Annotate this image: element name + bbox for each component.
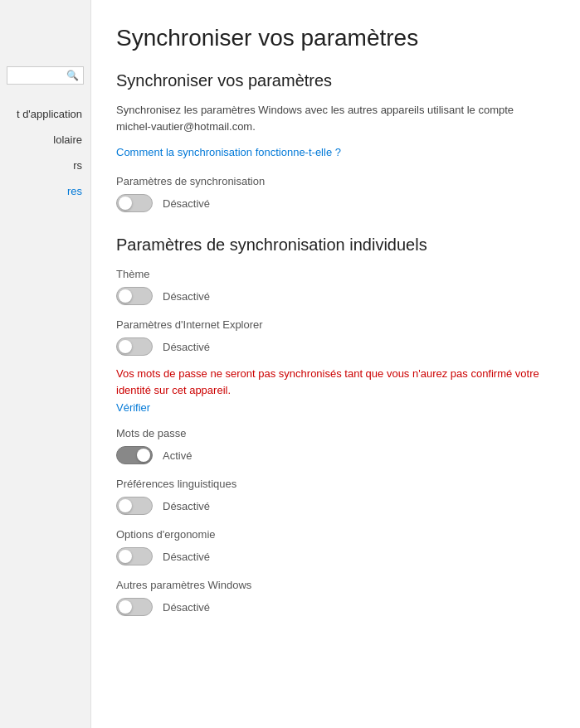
sync-settings-label: Paramètres de synchronisation [116,175,547,187]
theme-toggle-label: Désactivé [163,290,210,303]
search-input[interactable] [12,70,66,81]
search-icon: 🔍 [66,70,79,81]
page-title: Synchroniser vos paramètres [116,25,547,51]
other-windows-toggle[interactable] [116,598,153,616]
language-toggle[interactable] [116,497,153,515]
sidebar-item-r[interactable]: rs [0,153,90,178]
main-content: Synchroniser vos paramètres Synchroniser… [91,0,580,728]
password-toggle-row: Activé [116,446,547,464]
sync-settings-toggle-row: Désactivé [116,194,547,212]
other-windows-label: Autres paramètres Windows [116,579,547,591]
sync-settings-toggle-label: Désactivé [163,197,210,210]
section2-title: Paramètres de synchronisation individuel… [116,235,547,255]
section1-title: Synchroniser vos paramètres [116,71,547,90]
sidebar-nav: t d'application lolaire rs res [0,101,90,204]
sync-description: Synchronisez les paramètres Windows avec… [116,102,547,134]
theme-label: Thème [116,268,547,280]
language-label: Préférences linguistiques [116,478,547,490]
password-toggle[interactable] [116,446,153,464]
sidebar: 🔍 t d'application lolaire rs res [0,0,91,728]
other-windows-toggle-row: Désactivé [116,598,547,616]
theme-toggle[interactable] [116,287,153,305]
ie-settings-label: Paramètres d'Internet Explorer [116,318,547,331]
other-windows-toggle-label: Désactivé [163,601,210,614]
theme-toggle-row: Désactivé [116,287,547,305]
ie-settings-toggle-label: Désactivé [163,341,210,353]
ie-settings-toggle[interactable] [116,337,153,356]
sync-settings-toggle[interactable] [116,194,153,212]
accessibility-toggle-label: Désactivé [163,551,210,563]
verify-link[interactable]: Vérifier [116,401,547,414]
password-toggle-label: Activé [163,449,192,462]
password-label: Mots de passe [116,427,547,439]
sidebar-item-app[interactable]: t d'application [0,101,90,127]
accessibility-toggle-row: Désactivé [116,547,547,565]
search-box[interactable]: 🔍 [7,66,84,85]
password-sync-error: Vos mots de passe ne seront pas synchron… [116,366,547,398]
sidebar-item-school[interactable]: lolaire [0,127,90,153]
language-toggle-label: Désactivé [163,500,210,512]
sidebar-item-active[interactable]: res [0,178,90,204]
help-link[interactable]: Comment la synchronisation fonctionne-t-… [116,146,547,158]
ie-settings-toggle-row: Désactivé [116,337,547,356]
accessibility-label: Options d'ergonomie [116,528,547,541]
accessibility-toggle[interactable] [116,547,153,565]
language-toggle-row: Désactivé [116,497,547,515]
